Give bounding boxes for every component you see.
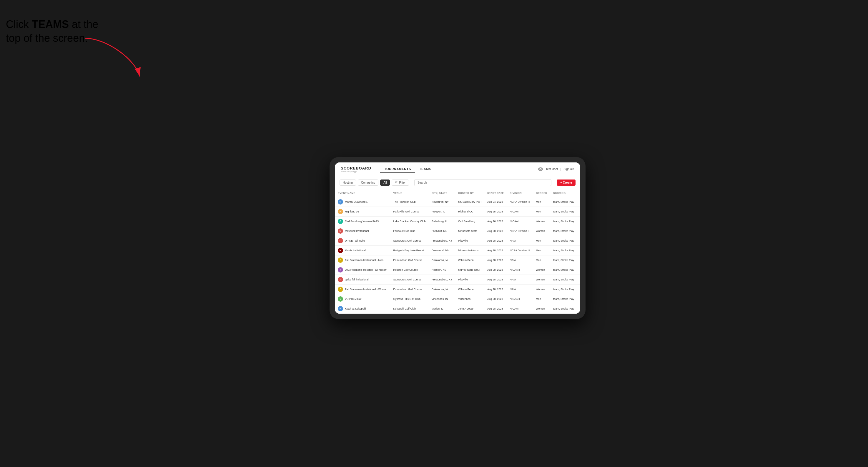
edit-button[interactable]: Edit bbox=[580, 257, 580, 263]
cell-gender: Women bbox=[533, 265, 550, 275]
competing-filter-btn[interactable]: Competing bbox=[358, 180, 378, 186]
cell-event-name: 2 2023 Women's Hesston Fall Kickoff bbox=[335, 265, 390, 275]
all-filter-btn[interactable]: All bbox=[380, 180, 390, 186]
edit-button[interactable]: Edit bbox=[580, 287, 580, 292]
col-event-name: EVENT NAME bbox=[335, 189, 390, 197]
table-row: U UPIKE Fall Invite StoneCrest Golf Cour… bbox=[335, 236, 580, 245]
cell-event-name: H Highland 36 bbox=[335, 207, 390, 216]
filter-lines-icon bbox=[395, 181, 398, 184]
cell-venue: StoneCrest Golf Course bbox=[390, 275, 428, 284]
cell-hosted-by: William Penn bbox=[455, 255, 484, 265]
cell-scoring: team, Stroke Play bbox=[550, 207, 577, 216]
table-row: M Maverick Invitational Faribault Golf C… bbox=[335, 226, 580, 236]
edit-button[interactable]: Edit bbox=[580, 238, 580, 243]
sign-out-link[interactable]: Sign out bbox=[563, 167, 575, 171]
cell-venue: Lake Bracken Country Club bbox=[390, 216, 428, 226]
team-icon: H bbox=[338, 209, 343, 214]
cell-scoring: team, Stroke Play bbox=[550, 294, 577, 304]
cell-hosted-by: Pikeville bbox=[455, 275, 484, 284]
cell-division: NCAA Division III bbox=[507, 197, 533, 207]
tab-tournaments[interactable]: TOURNAMENTS bbox=[380, 165, 415, 173]
edit-button[interactable]: Edit bbox=[580, 306, 580, 311]
edit-button[interactable]: Edit bbox=[580, 199, 580, 205]
cell-venue: Park Hills Golf Course bbox=[390, 207, 428, 216]
event-name-text: UPIKE Fall Invite bbox=[345, 239, 365, 242]
cell-event-name: M Maverick Invitational bbox=[335, 226, 390, 236]
team-icon: U bbox=[338, 238, 343, 243]
col-scoring: SCORING bbox=[550, 189, 577, 197]
cell-division: NCAA Division II bbox=[507, 226, 533, 236]
event-name-text: VU PREVIEW bbox=[345, 298, 362, 301]
cell-event-name: F Fall Statesmen Invitational - Women bbox=[335, 284, 390, 294]
filter-icon-btn[interactable]: Filter bbox=[392, 180, 409, 186]
edit-button[interactable]: Edit bbox=[580, 228, 580, 234]
cell-gender: Women bbox=[533, 216, 550, 226]
cell-actions: Edit bbox=[577, 304, 580, 313]
cell-scoring: team, Stroke Play bbox=[550, 275, 577, 284]
edit-button[interactable]: Edit bbox=[580, 219, 580, 224]
cell-venue: Edmundson Golf Course bbox=[390, 284, 428, 294]
tournaments-table: EVENT NAME VENUE CITY, STATE HOSTED BY S… bbox=[335, 189, 580, 314]
search-box bbox=[414, 179, 552, 186]
cell-event-name: F Fall Statesmen Invitational - Men bbox=[335, 255, 390, 265]
cell-venue: Cypress Hills Golf Club bbox=[390, 294, 428, 304]
hosting-filter-btn[interactable]: Hosting bbox=[340, 180, 356, 186]
edit-button[interactable]: Edit bbox=[580, 296, 580, 302]
cell-venue: Ruttger's Bay Lake Resort bbox=[390, 245, 428, 255]
table-row: M MSMC Qualifying 1 The Powelton Club Ne… bbox=[335, 197, 580, 207]
table-row: C Carl Sandburg Women FA23 Lake Bracken … bbox=[335, 216, 580, 226]
cell-hosted-by: William Penn bbox=[455, 284, 484, 294]
header-separator: | bbox=[560, 167, 561, 171]
cell-gender: Men bbox=[533, 255, 550, 265]
logo-title: SCOREBOARD bbox=[341, 166, 371, 170]
cell-city-state: Galesburg, IL bbox=[428, 216, 455, 226]
team-icon: F bbox=[338, 257, 343, 263]
cell-actions: Edit bbox=[577, 294, 580, 304]
cell-city-state: Hesston, KS bbox=[428, 265, 455, 275]
cell-division: NICAA II bbox=[507, 265, 533, 275]
cell-gender: Men bbox=[533, 197, 550, 207]
edit-button[interactable]: Edit bbox=[580, 209, 580, 214]
settings-icon[interactable] bbox=[538, 166, 543, 172]
tab-teams[interactable]: TEAMS bbox=[415, 165, 435, 173]
cell-gender: Men bbox=[533, 245, 550, 255]
cell-scoring: team, Stroke Play bbox=[550, 245, 577, 255]
cell-start-date: Aug 28, 2023 bbox=[484, 226, 507, 236]
cell-division: NICAA I bbox=[507, 216, 533, 226]
search-input[interactable] bbox=[414, 179, 552, 186]
cell-scoring: team, Stroke Play bbox=[550, 255, 577, 265]
cell-actions: Edit bbox=[577, 255, 580, 265]
cell-gender: Women bbox=[533, 226, 550, 236]
cell-actions: Edit bbox=[577, 265, 580, 275]
cell-scoring: team, Stroke Play bbox=[550, 304, 577, 313]
cell-event-name: V VU PREVIEW bbox=[335, 294, 390, 304]
cell-event-name: U UPIKE Fall Invite bbox=[335, 236, 390, 245]
col-actions: ACTIONS bbox=[577, 189, 580, 197]
table-header-row: EVENT NAME VENUE CITY, STATE HOSTED BY S… bbox=[335, 189, 580, 197]
cell-event-name: K Klash at Kokopelli bbox=[335, 304, 390, 313]
edit-button[interactable]: Edit bbox=[580, 267, 580, 273]
cell-gender: Men bbox=[533, 294, 550, 304]
event-name-text: Fall Statesmen Invitational - Men bbox=[345, 259, 383, 261]
cell-venue: Faribault Golf Club bbox=[390, 226, 428, 236]
edit-button[interactable]: Edit bbox=[580, 277, 580, 282]
cell-start-date: Aug 28, 2023 bbox=[484, 265, 507, 275]
cell-division: NICAA I bbox=[507, 304, 533, 313]
cell-hosted-by: Minnesota-Morris bbox=[455, 245, 484, 255]
cell-city-state: Prestonsburg, KY bbox=[428, 275, 455, 284]
cell-hosted-by: Mt. Saint Mary (NY) bbox=[455, 197, 484, 207]
nav-tabs: TOURNAMENTS TEAMS bbox=[380, 165, 538, 173]
cell-start-date: Aug 28, 2023 bbox=[484, 284, 507, 294]
cell-venue: Kokopelli Golf Club bbox=[390, 304, 428, 313]
cell-start-date: Aug 28, 2023 bbox=[484, 304, 507, 313]
create-button[interactable]: + Create bbox=[557, 180, 576, 186]
cell-city-state: Vincennes, IN bbox=[428, 294, 455, 304]
col-city-state: CITY, STATE bbox=[428, 189, 455, 197]
edit-button[interactable]: Edit bbox=[580, 248, 580, 253]
tablet-screen: SCOREBOARD Powered by clippit TOURNAMENT… bbox=[335, 162, 580, 314]
cell-division: NAIA bbox=[507, 236, 533, 245]
event-name-text: MSMC Qualifying 1 bbox=[345, 200, 368, 203]
cell-start-date: Aug 28, 2023 bbox=[484, 275, 507, 284]
cell-city-state: Deerwood, MN bbox=[428, 245, 455, 255]
logo: SCOREBOARD Powered by clippit bbox=[341, 166, 371, 173]
